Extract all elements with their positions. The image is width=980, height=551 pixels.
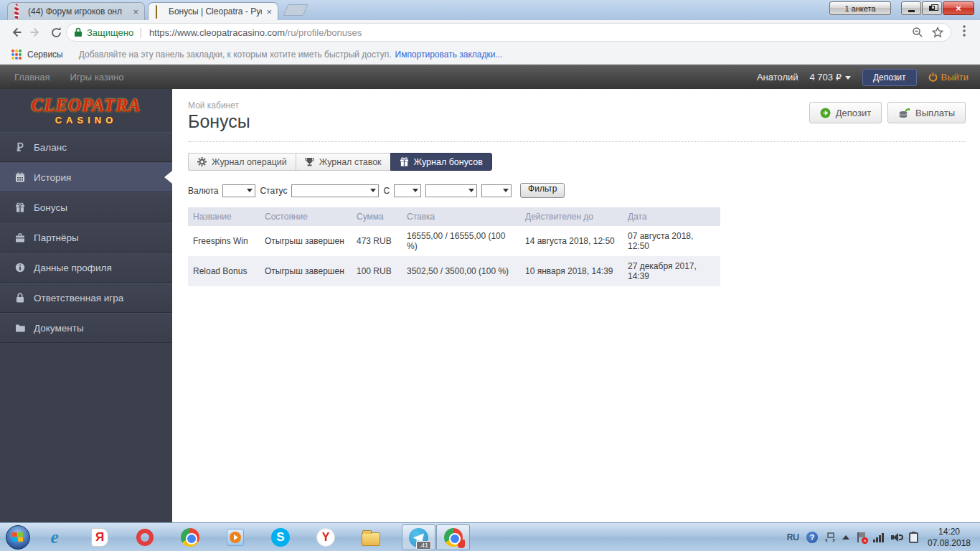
lock-icon	[14, 293, 25, 303]
chrome-taskbar-button[interactable]	[436, 524, 470, 550]
col-state: Состояние	[260, 207, 352, 226]
bookmarks-hint: Добавляйте на эту панель закладки, к кот…	[79, 50, 392, 60]
from-year-select[interactable]	[481, 184, 512, 197]
back-icon[interactable]	[6, 22, 26, 42]
bookmarks-apps-label[interactable]: Сервисы	[27, 50, 63, 60]
window-switch-icon[interactable]	[825, 532, 835, 542]
from-label: С	[383, 186, 390, 196]
clock[interactable]: 14:20 07.08.2018	[921, 526, 977, 549]
col-wager: Ставка	[402, 207, 520, 226]
anketa-window-button[interactable]: 1 анкета	[829, 1, 891, 15]
col-name: Название	[188, 207, 260, 226]
cell-date: 27 декабря 2017, 14:39	[623, 256, 720, 286]
internet-explorer-icon[interactable]: e	[44, 527, 65, 547]
bookmark-star-icon[interactable]	[932, 27, 943, 38]
language-indicator[interactable]: RU	[787, 532, 799, 542]
import-bookmarks-link[interactable]: Импортировать закладки...	[395, 50, 503, 60]
sidebar-item-balance[interactable]: Баланс	[0, 132, 172, 162]
table-header-row: Название Состояние Сумма Ставка Действит…	[188, 207, 720, 226]
lock-icon	[74, 27, 83, 37]
nav-link-games[interactable]: Игры казино	[70, 72, 123, 83]
chrome-icon	[444, 528, 463, 547]
bonuses-table: Название Состояние Сумма Ставка Действит…	[188, 207, 720, 286]
start-button[interactable]	[6, 525, 30, 550]
sidebar-item-documents[interactable]: Документы	[0, 313, 172, 343]
sidebar-item-history[interactable]: История	[0, 162, 172, 192]
filter-button[interactable]: Фильтр	[520, 183, 565, 198]
hidden-icons-arrow[interactable]	[842, 535, 849, 540]
logout-button[interactable]: Выйти	[928, 72, 969, 83]
restore-button[interactable]	[922, 1, 942, 15]
browser-tab-forum[interactable]: (44) Форум игроков онл ×	[7, 2, 145, 20]
payouts-button[interactable]: Выплаты	[887, 102, 966, 123]
sidebar-item-profile[interactable]: Данные профиля	[0, 253, 172, 283]
cell-amount: 473 RUB	[352, 226, 402, 256]
skype-icon[interactable]: S	[270, 527, 291, 547]
yandex-browser-icon[interactable]: Я	[90, 527, 110, 547]
help-icon[interactable]: ?	[806, 532, 818, 543]
tab-close-icon[interactable]: ×	[131, 7, 140, 17]
nav-deposit-button[interactable]: Депозит	[862, 69, 917, 86]
divider	[188, 141, 966, 142]
volume-icon[interactable]	[891, 532, 902, 542]
gift-icon	[400, 157, 409, 166]
apps-grid-icon[interactable]	[11, 50, 22, 60]
deposit-button[interactable]: Депозит	[809, 102, 882, 123]
currency-select[interactable]	[222, 184, 255, 197]
filters-row: Валюта Статус С Фильтр	[188, 183, 966, 198]
new-tab-button[interactable]	[283, 4, 308, 16]
col-date: Дата	[623, 207, 720, 226]
casino-chip-icon	[14, 6, 25, 17]
browser-toolbar: Защищено | https://www.cleopatracasino.c…	[0, 20, 980, 44]
refresh-icon[interactable]	[46, 22, 66, 42]
status-label: Статус	[260, 186, 287, 196]
browser-titlebar: (44) Форум игроков онл × Бонусы | Cleopa…	[0, 0, 980, 20]
chrome-icon[interactable]	[180, 527, 200, 547]
forward-icon[interactable]	[26, 22, 46, 42]
tab-bonuses-journal[interactable]: Журнал бонусов	[390, 153, 492, 171]
address-bar[interactable]: Защищено | https://www.cleopatracasino.c…	[66, 23, 951, 42]
cell-wager: 16555,00 / 16555,00 (100 %)	[402, 226, 520, 256]
table-row: Reload Bonus Отыгрыш завершен 100 RUB 35…	[188, 256, 720, 286]
yandex-icon[interactable]: Y	[316, 527, 336, 547]
status-select[interactable]	[291, 184, 379, 197]
sidebar-item-bonuses[interactable]: Бонусы	[0, 192, 172, 222]
sidebar-item-responsible-gaming[interactable]: Ответственная игра	[0, 283, 172, 313]
info-icon	[14, 263, 25, 273]
from-day-select[interactable]	[394, 184, 421, 197]
tab-close-icon[interactable]: ×	[265, 7, 273, 17]
nav-link-home[interactable]: Главная	[14, 72, 50, 83]
tab-bets-journal[interactable]: Журнал ставок	[296, 153, 390, 171]
gift-icon	[14, 202, 25, 212]
site-logo[interactable]: CLEOPATRA CASINO	[0, 89, 172, 132]
cell-state: Отыгрыш завершен	[260, 256, 352, 286]
url-text: https://www.cleopatracasino.com/ru/profi…	[149, 27, 362, 38]
opera-icon[interactable]	[135, 527, 155, 547]
browser-menu-icon[interactable]	[958, 24, 970, 40]
logo-line1: CLEOPATRA	[31, 96, 141, 114]
cell-date: 07 августа 2018, 12:50	[623, 226, 720, 256]
cell-name: Freespins Win	[188, 226, 260, 256]
close-button[interactable]: ×	[943, 1, 974, 15]
from-month-select[interactable]	[425, 184, 477, 197]
telegram-icon: .41	[409, 528, 428, 547]
action-center-flag-icon[interactable]: ×	[857, 532, 866, 542]
file-explorer-icon[interactable]	[361, 527, 381, 547]
chevron-down-icon	[413, 189, 418, 192]
username[interactable]: Анатолий	[757, 72, 798, 83]
tray-date: 07.08.2018	[921, 537, 977, 549]
sidebar-item-partners[interactable]: Партнёры	[0, 222, 172, 253]
currency-label: Валюта	[188, 186, 218, 196]
balance-dropdown[interactable]: 4 703 ₽	[810, 72, 851, 83]
telegram-taskbar-button[interactable]: .41	[402, 524, 435, 550]
minimize-button[interactable]	[901, 1, 921, 15]
network-icon[interactable]	[873, 533, 884, 542]
media-player-icon[interactable]	[225, 527, 245, 547]
tab-operations-journal[interactable]: Журнал операций	[188, 153, 296, 171]
tab-title: Бонусы | Cleopatra - Рус	[169, 6, 262, 17]
bookmarks-bar: Сервисы Добавляйте на эту панель закладк…	[0, 44, 980, 65]
clipboard-icon[interactable]	[909, 532, 918, 543]
zoom-icon[interactable]	[912, 27, 923, 38]
browser-tab-bonuses[interactable]: Бонусы | Cleopatra - Рус ×	[148, 2, 278, 20]
calendar-icon	[14, 172, 25, 182]
